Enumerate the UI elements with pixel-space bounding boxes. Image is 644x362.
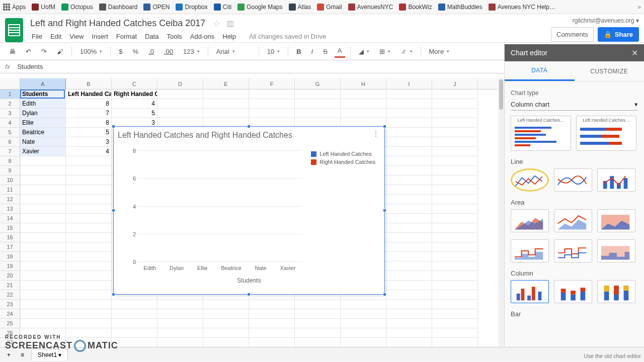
row-header[interactable]: 24 xyxy=(0,309,20,319)
fill-color-button[interactable]: ◢ xyxy=(356,46,372,57)
font-dropdown[interactable]: Arial xyxy=(213,46,254,57)
apps-button[interactable]: Apps xyxy=(3,4,26,11)
cell[interactable]: Ellie xyxy=(20,118,66,128)
chart-type-line-smooth-thumb[interactable] xyxy=(554,168,592,192)
cell[interactable] xyxy=(20,185,66,195)
row-header[interactable]: 2 xyxy=(0,99,20,109)
column-header[interactable]: H xyxy=(341,78,386,89)
row-header[interactable]: 19 xyxy=(0,261,20,271)
cell[interactable] xyxy=(432,338,478,347)
cell[interactable] xyxy=(112,309,157,319)
cell[interactable]: Xavier xyxy=(20,147,66,156)
row-header[interactable]: 6 xyxy=(0,137,20,147)
zoom-dropdown[interactable]: 100% xyxy=(77,46,105,57)
cell[interactable] xyxy=(157,338,203,347)
cell[interactable] xyxy=(20,319,66,328)
strikethrough-button[interactable]: S xyxy=(320,46,331,57)
doc-title[interactable]: Left and Right Handed Catches Ceiba 2017 xyxy=(28,17,207,30)
cell[interactable] xyxy=(203,319,249,328)
chart-type-dropdown[interactable]: Column chart▾ xyxy=(511,99,638,111)
column-header[interactable]: D xyxy=(157,78,203,89)
cell[interactable] xyxy=(112,338,157,347)
folder-icon[interactable]: ▥ xyxy=(226,19,234,28)
cell[interactable] xyxy=(386,328,432,338)
italic-button[interactable]: I xyxy=(308,46,316,57)
print-button[interactable]: 🖶 xyxy=(6,46,19,57)
cell[interactable] xyxy=(432,147,478,156)
menu-view[interactable]: View xyxy=(66,31,87,42)
cell[interactable]: Right Handed Catches xyxy=(112,89,157,99)
resize-handle[interactable] xyxy=(383,209,386,212)
chart-type-column-stacked-thumb[interactable] xyxy=(554,280,592,303)
cell[interactable]: Beatrice xyxy=(20,128,66,137)
bookmark-open[interactable]: OPEN xyxy=(143,4,170,11)
cell[interactable] xyxy=(20,252,66,261)
cell[interactable] xyxy=(20,271,66,281)
star-icon[interactable]: ☆ xyxy=(213,19,220,28)
cell[interactable] xyxy=(20,156,66,166)
menu-file[interactable]: File xyxy=(28,31,46,42)
row-header[interactable]: 14 xyxy=(0,214,20,223)
cell[interactable] xyxy=(20,290,66,300)
menu-addons[interactable]: Add-ons xyxy=(187,31,218,42)
cell[interactable] xyxy=(157,300,203,309)
spreadsheet-grid[interactable]: A B C D E F G H I J 12345678910111213141… xyxy=(0,78,504,347)
cell[interactable] xyxy=(20,166,66,175)
cell[interactable] xyxy=(386,242,432,252)
cell[interactable] xyxy=(432,328,478,338)
resize-handle[interactable] xyxy=(112,209,115,212)
cell[interactable] xyxy=(386,281,432,290)
cell[interactable] xyxy=(249,109,295,118)
cell[interactable] xyxy=(20,281,66,290)
cell[interactable] xyxy=(295,89,341,99)
cell[interactable] xyxy=(432,214,478,223)
cell[interactable] xyxy=(432,118,478,128)
cell[interactable]: Nate xyxy=(20,137,66,147)
chart-type-steparea-thumb[interactable] xyxy=(511,239,549,262)
cell[interactable] xyxy=(386,252,432,261)
cell[interactable] xyxy=(386,319,432,328)
cell[interactable] xyxy=(66,204,112,214)
cell[interactable]: 4 xyxy=(112,99,157,109)
cell[interactable] xyxy=(203,109,249,118)
column-header[interactable]: C xyxy=(112,78,157,89)
cell[interactable] xyxy=(386,214,432,223)
cell[interactable] xyxy=(432,99,478,109)
resize-handle[interactable] xyxy=(112,293,115,296)
column-header[interactable]: G xyxy=(295,78,341,89)
bookmark-mathbuddies[interactable]: MathBuddies xyxy=(438,4,482,11)
cell[interactable] xyxy=(20,195,66,204)
fontsize-dropdown[interactable]: 10 xyxy=(264,46,283,57)
cell[interactable]: 8 xyxy=(66,99,112,109)
cell[interactable]: 3 xyxy=(66,137,112,147)
cell[interactable]: Edith xyxy=(20,99,66,109)
cell[interactable] xyxy=(20,204,66,214)
menu-insert[interactable]: Insert xyxy=(88,31,112,42)
cell[interactable] xyxy=(112,300,157,309)
vertical-scrollbar[interactable] xyxy=(498,78,504,347)
cell[interactable] xyxy=(66,195,112,204)
cell[interactable] xyxy=(386,271,432,281)
cell[interactable] xyxy=(203,300,249,309)
cell[interactable] xyxy=(66,223,112,233)
cell[interactable] xyxy=(20,214,66,223)
cell[interactable] xyxy=(66,166,112,175)
cell[interactable] xyxy=(386,137,432,147)
bookmark-octopus[interactable]: Octopus xyxy=(61,4,93,11)
cell[interactable] xyxy=(157,309,203,319)
paint-format-button[interactable]: 🖌 xyxy=(54,46,66,57)
bookmark-gmail[interactable]: Gmail xyxy=(317,4,342,11)
cell[interactable] xyxy=(386,261,432,271)
cell[interactable] xyxy=(295,338,341,347)
bookmark-uofm[interactable]: UofM xyxy=(32,4,55,11)
cell[interactable] xyxy=(432,195,478,204)
share-button[interactable]: 🔒Share xyxy=(598,27,639,42)
menu-tools[interactable]: Tools xyxy=(163,31,185,42)
cell[interactable] xyxy=(432,271,478,281)
cell[interactable] xyxy=(295,300,341,309)
cell[interactable] xyxy=(386,300,432,309)
cell[interactable] xyxy=(432,128,478,137)
cell[interactable] xyxy=(66,242,112,252)
embedded-chart[interactable]: ⋮ Left Handed Catches and Right Handed C… xyxy=(113,126,385,295)
format-currency-button[interactable]: $ xyxy=(116,46,125,57)
